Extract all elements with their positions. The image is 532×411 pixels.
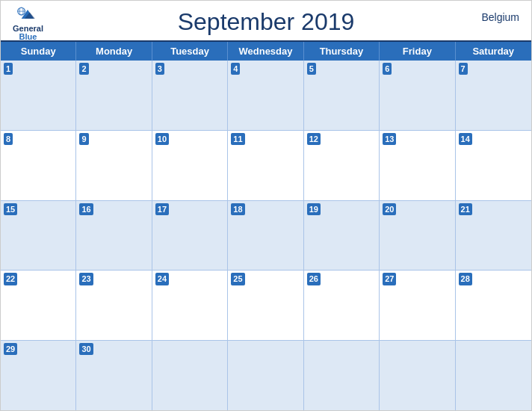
logo: General Blue	[13, 7, 43, 41]
day-3: 3	[152, 61, 228, 130]
day-21: 21	[456, 201, 531, 271]
day-9: 9	[76, 131, 152, 200]
day-28: 28	[456, 271, 531, 340]
day-26: 26	[304, 271, 380, 340]
day-empty-5	[456, 341, 531, 410]
week-row-3: 15 16 17 18 19 20 21	[1, 201, 531, 271]
day-4: 4	[228, 61, 303, 130]
day-5: 5	[304, 61, 380, 130]
day-27: 27	[380, 271, 455, 340]
header-saturday: Saturday	[456, 42, 531, 61]
day-23: 23	[76, 271, 152, 340]
day-13: 13	[380, 131, 455, 200]
day-16: 16	[76, 201, 152, 271]
calendar-title: September 2019	[178, 8, 355, 36]
logo-icon	[17, 7, 38, 23]
day-empty-1	[152, 341, 228, 410]
day-20: 20	[380, 201, 455, 271]
day-8: 8	[1, 131, 76, 200]
week-row-2: 8 9 10 11 12 13 14	[1, 131, 531, 201]
day-29: 29	[1, 341, 76, 410]
day-headers-row: Sunday Monday Tuesday Wednesday Thursday…	[1, 42, 531, 61]
week-row-1: 1 2 3 4 5 6 7	[1, 61, 531, 131]
calendar: General Blue September 2019 Belgium Sund…	[0, 0, 532, 411]
day-10: 10	[152, 131, 228, 200]
header-wednesday: Wednesday	[228, 42, 303, 61]
day-empty-2	[228, 341, 303, 410]
day-6: 6	[380, 61, 455, 130]
calendar-header: General Blue September 2019 Belgium	[1, 1, 531, 40]
day-7: 7	[456, 61, 531, 130]
day-24: 24	[152, 271, 228, 340]
header-sunday: Sunday	[1, 42, 76, 61]
day-14: 14	[456, 131, 531, 200]
weeks-container: 1 2 3 4 5 6 7 8 9 10 11 12 13 14 15 16	[1, 61, 531, 410]
day-25: 25	[228, 271, 303, 340]
calendar-grid: Sunday Monday Tuesday Wednesday Thursday…	[1, 40, 531, 410]
header-monday: Monday	[76, 42, 152, 61]
day-empty-3	[304, 341, 380, 410]
day-17: 17	[152, 201, 228, 271]
day-18: 18	[228, 201, 303, 271]
week-row-5: 29 30	[1, 341, 531, 410]
header-tuesday: Tuesday	[152, 42, 228, 61]
day-12: 12	[304, 131, 380, 200]
country-label: Belgium	[481, 11, 519, 23]
day-15: 15	[1, 201, 76, 271]
logo-blue-text: Blue	[19, 33, 37, 41]
day-19: 19	[304, 201, 380, 271]
day-1: 1	[1, 61, 76, 130]
header-friday: Friday	[380, 42, 455, 61]
day-11: 11	[228, 131, 303, 200]
header-thursday: Thursday	[304, 42, 380, 61]
day-empty-4	[380, 341, 455, 410]
week-row-4: 22 23 24 25 26 27 28	[1, 271, 531, 341]
day-22: 22	[1, 271, 76, 340]
day-30: 30	[76, 341, 152, 410]
day-2: 2	[76, 61, 152, 130]
